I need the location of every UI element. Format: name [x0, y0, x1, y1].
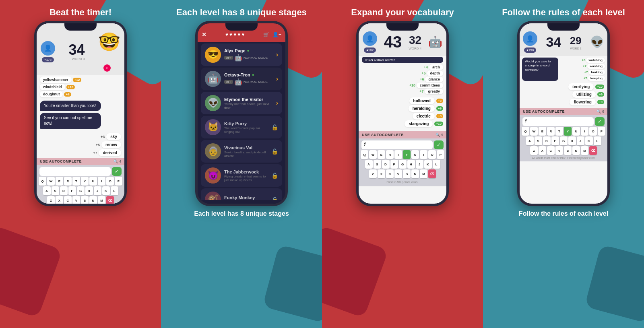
key3-g[interactable]: G [399, 160, 407, 169]
key4-m[interactable]: M [581, 146, 588, 155]
opponent-row-0[interactable]: 😎 Alyx Page ● OFF 🤖 NORMAL MODE [201, 43, 282, 66]
key4-i[interactable]: I [581, 127, 588, 136]
opponent-row-3[interactable]: 🐱 Kitty Purry The world's most popular s… [201, 116, 282, 138]
key3-e[interactable]: E [378, 150, 385, 159]
key3-k[interactable]: K [424, 160, 432, 169]
key3-r[interactable]: R [386, 150, 394, 159]
key3-v[interactable]: V [394, 169, 402, 178]
submit-btn-1[interactable]: ✓ [112, 167, 122, 176]
key4-s[interactable]: S [535, 136, 542, 145]
key4-j[interactable]: J [577, 136, 584, 145]
key-z[interactable]: Z [47, 196, 55, 204]
key3-j[interactable]: J [416, 160, 423, 169]
key3-i[interactable]: I [420, 150, 427, 159]
key4-u[interactable]: U [572, 127, 580, 136]
key3-p[interactable]: P [437, 150, 444, 159]
key-h[interactable]: H [85, 186, 93, 195]
key4-l[interactable]: L [594, 136, 601, 145]
opponent-row-1[interactable]: 🤖 Octavo-Tron ● OFF 🤖 NORMAL MODE [201, 68, 282, 90]
key-j[interactable]: J [94, 186, 101, 195]
key4-g[interactable]: G [560, 136, 568, 145]
key3-b[interactable]: B [403, 169, 411, 178]
key3-h[interactable]: H [407, 160, 415, 169]
opponent-row-5[interactable]: 😈 The Jabberwock Flying creature that se… [201, 164, 282, 187]
key-x[interactable]: X [56, 196, 63, 204]
key-y[interactable]: Y [81, 177, 89, 186]
key4-f[interactable]: F [551, 136, 559, 145]
key4-d[interactable]: D [543, 136, 551, 145]
key3-t[interactable]: T [394, 150, 402, 159]
submit-btn-3[interactable]: ✓ [434, 140, 444, 149]
key3-l[interactable]: L [433, 160, 440, 169]
key4-z[interactable]: Z [530, 146, 538, 155]
key4-k[interactable]: K [585, 136, 593, 145]
opponent-row-2[interactable]: 👽 Etymon the Visitor Totally not from sp… [201, 92, 282, 114]
key-t[interactable]: T [72, 177, 80, 186]
opponent-row-4[interactable]: 👵 Vivacious Val Senior bowling and pickl… [201, 140, 282, 163]
key3-backspace[interactable]: ⌫ [428, 169, 436, 178]
submit-btn-4[interactable]: ✓ [595, 117, 605, 126]
key4-a[interactable]: A [526, 136, 534, 145]
text-input-4[interactable]: y [522, 117, 594, 126]
key3-n[interactable]: N [411, 169, 419, 178]
key4-c[interactable]: C [547, 146, 555, 155]
key-b[interactable]: B [81, 196, 89, 204]
key-r[interactable]: R [64, 177, 72, 186]
add-person-icon[interactable]: 👤+ [272, 32, 281, 37]
key3-c[interactable]: C [386, 169, 394, 178]
key3-q[interactable]: Q [361, 150, 368, 159]
key-d[interactable]: D [60, 186, 68, 195]
key3-o[interactable]: O [428, 150, 436, 159]
key-f[interactable]: F [68, 186, 76, 195]
key-a[interactable]: A [43, 186, 51, 195]
key4-r[interactable]: R [547, 127, 555, 136]
key4-t[interactable]: T [555, 127, 563, 136]
bubble-area: Would you care to engage in a word skirm… [520, 56, 607, 83]
key4-x[interactable]: X [539, 146, 546, 155]
key-c[interactable]: C [64, 196, 72, 204]
opp-sub-4: Senior bowling and pickleball athlete [224, 151, 268, 158]
key-n[interactable]: N [89, 196, 97, 204]
key-w[interactable]: W [47, 177, 55, 186]
key3-m[interactable]: M [420, 169, 427, 178]
key3-x[interactable]: X [378, 169, 385, 178]
key4-o[interactable]: O [589, 127, 597, 136]
key4-p[interactable]: P [598, 127, 605, 136]
key4-y[interactable]: Y [564, 127, 572, 136]
key-e[interactable]: E [56, 177, 63, 186]
key-s[interactable]: S [52, 186, 59, 195]
cart-icon[interactable]: 🛒 [263, 32, 269, 37]
key3-z[interactable]: Z [369, 169, 377, 178]
key-g[interactable]: G [77, 186, 85, 195]
key4-w[interactable]: W [530, 127, 538, 136]
key4-backspace[interactable]: ⌫ [589, 146, 597, 155]
key3-f[interactable]: F [390, 160, 398, 169]
key4-q[interactable]: Q [522, 127, 529, 136]
key3-w[interactable]: W [369, 150, 377, 159]
key-q[interactable]: Q [39, 177, 46, 186]
key-k[interactable]: K [102, 186, 110, 195]
key4-n[interactable]: N [572, 146, 580, 155]
key4-h[interactable]: H [568, 136, 576, 145]
key3-u[interactable]: U [411, 150, 419, 159]
key3-y[interactable]: Y [403, 150, 411, 159]
key-u[interactable]: U [89, 177, 97, 186]
opp-word-label-4: WORD 3 [570, 47, 582, 50]
key3-s[interactable]: S [374, 160, 381, 169]
key4-b[interactable]: B [564, 146, 572, 155]
key3-d[interactable]: D [382, 160, 390, 169]
key-p[interactable]: P [115, 177, 122, 186]
key4-v[interactable]: V [555, 146, 563, 155]
key-o[interactable]: O [106, 177, 114, 186]
key-i[interactable]: I [98, 177, 105, 186]
key-v[interactable]: V [72, 196, 80, 204]
key3-a[interactable]: A [365, 160, 373, 169]
close-btn-2[interactable]: ✕ [202, 31, 206, 38]
opponent-row-6[interactable]: 🐒 Funky Monkey Swinging from vowel to vo… [201, 188, 282, 200]
key-m[interactable]: M [98, 196, 105, 204]
key4-e[interactable]: E [539, 127, 546, 136]
text-input-1[interactable] [39, 167, 111, 176]
key-l[interactable]: L [111, 186, 118, 195]
key-backspace-1[interactable]: ⌫ [106, 196, 114, 204]
text-input-3[interactable]: y [361, 140, 433, 149]
